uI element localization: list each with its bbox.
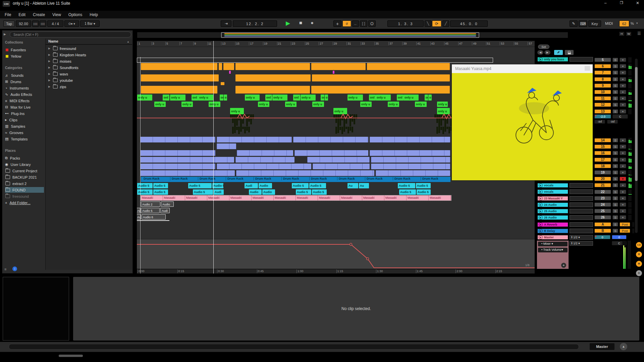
cyan-clip[interactable]: Audio 5 [312,189,327,195]
arm-button-6[interactable]: ● [620,64,626,68]
arm-button-21[interactable]: ● [620,183,626,187]
track-play-icon[interactable]: ▶ [539,209,543,213]
add-automation-lane-button[interactable]: + [561,263,566,268]
sidebar-item-samples[interactable]: ▥Samples [5,123,44,129]
name-column-header[interactable]: Name ▲ [46,39,132,45]
sidebar-item-midi-effects[interactable]: ≡MIDI Effects [5,98,44,104]
orange-clip[interactable] [312,74,450,81]
computer-midi-keyboard-button[interactable]: ⌨ [579,20,587,27]
master-send2-chooser[interactable]: ‖ 1/2 ▾ [570,241,593,246]
solo-button-13[interactable]: S [612,109,618,114]
sidebar-item-max-for-live[interactable]: ⊟Max for Live [5,104,44,110]
masaaki-clip-segment[interactable]: Masaaki [252,195,274,200]
file-row-soundfonts[interactable]: ▶Soundfonts [46,64,132,71]
post-button-B[interactable]: Post [620,229,630,233]
sidebar-item-backup-2021[interactable]: BACKUP 2021 [5,174,44,180]
track-play-icon[interactable]: ▶ [539,203,543,207]
track-number-5[interactable]: 5 [594,58,611,62]
track-pan-field[interactable]: C [612,114,628,119]
track-number-21[interactable]: 21 [594,183,611,187]
automation-lane[interactable] [137,239,535,269]
green-clip[interactable]: o [224,95,227,101]
expand-icon[interactable]: ▶ [48,66,51,69]
magenta-clip[interactable] [229,71,231,74]
arrangement-position-field[interactable]: 12. 2. 2 [233,20,277,27]
track-header-26-audio[interactable]: ▶26 Audio [537,215,568,220]
arm-button-25[interactable]: ● [620,209,626,213]
nudge-up-button[interactable]: |||| [40,20,46,27]
arm-button-14[interactable]: ● [620,138,626,142]
video-maximize-button[interactable] [585,66,590,71]
orange-clip[interactable] [219,63,222,70]
sidebar-item-yellow[interactable]: Yellow [5,53,44,59]
track-number-23[interactable]: 23 [594,196,611,200]
hamburger-icon[interactable]: ☰ [637,31,641,36]
solo-button-24[interactable]: S [612,202,618,207]
track-header-box[interactable] [570,222,593,227]
prev-marker-button[interactable]: ◀ [537,50,543,55]
blue-clip[interactable] [140,150,215,156]
track-number-22[interactable]: 22 [594,190,611,194]
solo-button-17[interactable]: S [612,158,618,162]
solo-button-25[interactable]: S [612,209,618,213]
status-input[interactable] [9,344,579,350]
maximize-button[interactable]: ❐ [616,1,627,5]
orange-clip[interactable] [235,74,311,81]
green-clip[interactable]: only u [404,95,419,101]
green-clip[interactable]: only u [198,95,213,101]
browser-fold-icon[interactable]: ▶ [4,33,6,36]
track-play-icon[interactable]: ▶ [539,190,543,194]
track-header-master[interactable]: ▶Master [537,235,568,240]
track-number-6[interactable]: 6 [594,64,611,68]
return-button-A[interactable]: A [594,222,611,227]
track-number-17[interactable]: 17 [594,158,611,162]
mixer-section-toggle-d[interactable]: D [636,270,642,276]
arm-button-19[interactable]: ● [620,170,626,175]
video-title-bar[interactable]: Masaaki Yuasa.mp4 [452,64,593,73]
masaaki-clip-segment[interactable]: Masaaki [229,195,252,200]
arm-button-22[interactable]: ● [620,190,626,194]
cyan-clip[interactable]: Audio 5 [153,189,168,195]
solo-button-11[interactable]: S [612,96,618,101]
track-play-icon[interactable]: ▶ [539,196,543,200]
clip-overview-box[interactable] [3,277,69,341]
solo-button-14[interactable]: S [612,138,618,142]
expand-icon[interactable]: ▶ [48,85,51,88]
masaaki-clip-row[interactable]: MasaakiMasaakiMasaakiMasaakiMasaakiMasaa… [141,195,451,200]
record-button[interactable]: ● [311,20,319,28]
mixer-scrollbar-thumb[interactable] [635,67,638,181]
arm-button-5[interactable]: ● [620,58,626,62]
time-ruler[interactable]: 0:000:150:300:451:001:151:301:452:002:15 [137,269,535,274]
track-header-25-audio[interactable]: ▶25 Audio [537,209,568,214]
draw-mode-button[interactable]: ✎ [570,20,578,27]
cyan-clip[interactable]: Audio 5 [292,183,309,188]
green-clip[interactable]: onl [369,95,376,101]
solo-button-return-B[interactable]: S [612,229,618,233]
track-number-9[interactable]: 9 [594,83,611,88]
solo-button-19[interactable]: S [612,170,618,175]
ghost-clip[interactable]: Audio 2 [141,201,160,207]
arm-button-24[interactable]: ● [620,202,626,207]
track-play-icon[interactable]: ▶ [539,223,543,227]
track-number-20[interactable]: 20 [594,177,611,181]
cyan-clip[interactable]: Audio 5 [399,189,416,195]
track-play-icon[interactable]: ▶ [539,229,543,233]
status-expand-button[interactable]: ▲ [620,343,627,350]
track-header-only-you-bass[interactable]: ▶only you bass [537,57,568,62]
sidebar-item-templates[interactable]: ▤Templates [5,136,44,142]
automation-arm-button[interactable]: σ [342,20,351,27]
green-clip[interactable]: only u [415,102,427,107]
arrangement-width-zoom[interactable]: W [626,32,632,36]
solo-button-5[interactable]: S [612,58,618,62]
green-clip[interactable]: only u [312,102,324,107]
minimize-button[interactable]: – [600,1,610,5]
blue-clip[interactable] [217,164,311,169]
cyan-clip[interactable]: Audio [262,189,275,195]
volume-automation-line[interactable] [137,239,535,269]
expand-icon[interactable]: ▶ [48,47,51,50]
track-play-icon[interactable]: ▶ [539,183,543,187]
stop-button[interactable]: ■ [299,20,307,28]
sidebar-item-packs[interactable]: ⧉Packs [5,155,44,161]
green-clip[interactable]: onl [163,95,169,101]
arm-button-9[interactable]: ● [620,83,626,88]
